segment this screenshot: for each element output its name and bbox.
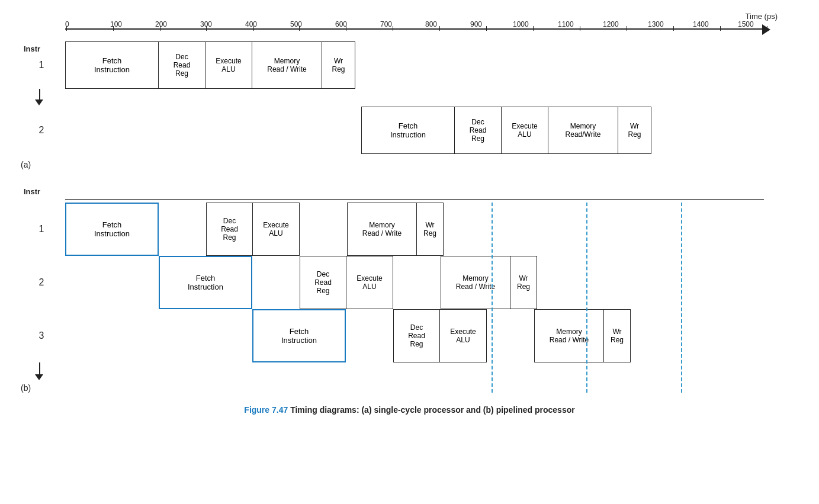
- label-b: (b): [21, 383, 801, 393]
- arrow-between-a: [18, 89, 801, 107]
- timeline-a: Time (ps) 0 100 200 300 400 500: [65, 12, 778, 36]
- main-container: Time (ps) 0 100 200 300 400 500: [0, 0, 819, 427]
- stage-b2-wr: WrReg: [510, 256, 537, 309]
- stage-a2-dec: DecReadReg: [455, 107, 502, 154]
- dashed-line-900: [492, 203, 493, 393]
- stage-a2-alu: ExecuteALU: [502, 107, 548, 154]
- stage-a2-fetch: FetchInstruction: [361, 107, 455, 154]
- section-a-rows: Instr 1 FetchInstruction DecReadReg Exec…: [18, 41, 801, 169]
- stage-b3-mem: MemoryRead / Write: [534, 309, 604, 362]
- stage-b3-fetch: FetchInstruction: [252, 309, 346, 362]
- tickline-1200: [627, 26, 627, 31]
- tickline-0: [66, 26, 67, 31]
- tickline-200: [160, 26, 160, 31]
- row-label-b-2: 2: [18, 256, 65, 309]
- stage-b2-mem: MemoryRead / Write: [441, 256, 510, 309]
- row-a-2: 2 FetchInstruction DecReadReg ExecuteALU…: [18, 107, 801, 154]
- timeline-arrow-a: [762, 24, 770, 35]
- dashed-line-1300: [681, 203, 682, 393]
- stage-a1-mem: MemoryRead / Write: [252, 41, 322, 89]
- stage-a2-mem: MemoryRead/Write: [548, 107, 618, 154]
- tickline-800: [439, 26, 440, 31]
- instr-line-b: [65, 199, 764, 200]
- stage-a1-dec: DecReadReg: [159, 41, 205, 89]
- row-label-a-2: 2: [18, 107, 65, 154]
- tick-1400: 1400: [693, 20, 709, 28]
- stage-b2-dec: DecReadReg: [300, 256, 346, 309]
- stage-a1-wr: WrReg: [322, 41, 355, 89]
- row-b-2: 2 FetchInstruction DecReadReg ExecuteALU…: [18, 256, 801, 309]
- tickline-500: [299, 26, 300, 31]
- tickline-1000: [533, 26, 534, 31]
- tickline-700: [393, 26, 393, 31]
- tickline-1300: [673, 26, 674, 31]
- tickline-400: [253, 26, 254, 31]
- label-a: (a): [21, 160, 801, 169]
- row-label-b-1: 1: [18, 203, 65, 256]
- tick-400: 400: [245, 20, 257, 28]
- row-label-a-1: 1: [18, 41, 65, 89]
- stage-b3-wr: WrReg: [604, 309, 631, 362]
- tick-1200: 1200: [603, 20, 619, 28]
- tickline-900: [486, 26, 487, 31]
- tickline-1500: [767, 26, 767, 31]
- stage-b1-wr: WrReg: [417, 203, 444, 256]
- row-label-b-3: 3: [18, 309, 65, 362]
- section-a: Time (ps) 0 100 200 300 400 500: [18, 12, 801, 169]
- instr-header-b: Instr: [65, 187, 801, 199]
- caption-bold: Figure 7.47: [244, 405, 288, 415]
- stage-b3-alu: ExecuteALU: [440, 309, 487, 362]
- tickline-100: [113, 26, 114, 31]
- dashed-line-1100: [586, 203, 587, 393]
- tick-900: 900: [470, 20, 482, 28]
- row-b-3: 3 FetchInstruction DecReadReg ExecuteALU…: [18, 309, 801, 362]
- time-label-a: Time (ps): [746, 12, 778, 21]
- tick-1000: 1000: [513, 20, 529, 28]
- tickline-1100: [580, 26, 580, 31]
- stage-b1-mem: MemoryRead / Write: [347, 203, 417, 256]
- instr-label-b: Instr: [24, 187, 40, 196]
- tick-200: 200: [155, 20, 167, 28]
- stage-b1-fetch: FetchInstruction: [65, 203, 159, 256]
- tick-1500: 1500: [738, 20, 754, 28]
- stage-b2-alu: ExecuteALU: [346, 256, 393, 309]
- caption-text: Timing diagrams: (a) single-cycle proces…: [288, 405, 574, 415]
- figure-caption: Figure 7.47 Timing diagrams: (a) single-…: [18, 405, 801, 415]
- tick-700: 700: [380, 20, 392, 28]
- stage-a2-wr: WrReg: [618, 107, 651, 154]
- arrow-b: [18, 362, 801, 383]
- stage-b2-fetch: FetchInstruction: [159, 256, 252, 309]
- tickline-1400: [720, 26, 721, 31]
- tick-1100: 1100: [558, 20, 574, 28]
- tickline-600: [346, 26, 346, 31]
- stage-a1-fetch: FetchInstruction: [65, 41, 159, 89]
- tick-1300: 1300: [648, 20, 664, 28]
- section-b-rows: 1 FetchInstruction DecReadReg ExecuteALU…: [18, 203, 801, 393]
- row-b-1: 1 FetchInstruction DecReadReg ExecuteALU…: [18, 203, 801, 256]
- stage-b1-alu: ExecuteALU: [253, 203, 300, 256]
- row-a-1: 1 FetchInstruction DecReadReg ExecuteALU…: [18, 41, 801, 89]
- tick-800: 800: [425, 20, 437, 28]
- tick-100: 100: [110, 20, 122, 28]
- tickline-300: [206, 26, 207, 31]
- tick-500: 500: [290, 20, 302, 28]
- stage-a1-alu: ExecuteALU: [205, 41, 252, 89]
- stage-b1-dec: DecReadReg: [206, 203, 253, 256]
- stage-b3-dec: DecReadReg: [393, 309, 440, 362]
- timeline-line-a: [65, 28, 766, 30]
- section-b: Instr 1 FetchInstruction DecReadReg Exec…: [18, 187, 801, 393]
- tick-0: 0: [65, 20, 69, 28]
